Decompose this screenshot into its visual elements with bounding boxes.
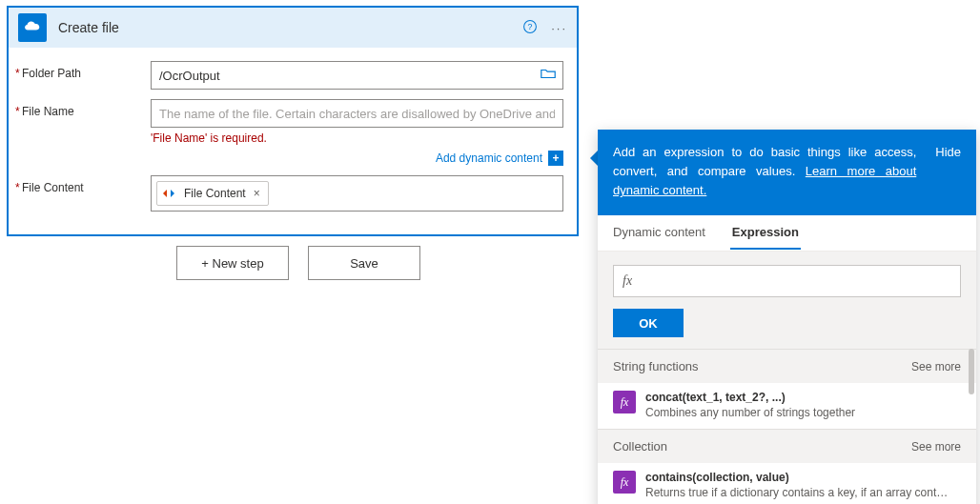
help-icon[interactable]: ? [522,19,538,37]
scrollbar-thumb[interactable] [969,349,974,394]
fx-icon: fx [623,273,632,289]
panel-body: Dynamic content Expression fx OK String … [598,215,976,504]
error-file-name: 'File Name' is required. [151,131,563,145]
category-string-functions: String functions See more [598,349,976,383]
api2pdf-icon [159,184,178,203]
card-body: Folder Path File Name 'File Name' is req… [9,48,577,234]
card-header[interactable]: Create file ? ··· [9,8,577,48]
panel-header-text: Add an expression to do basic things lik… [613,143,916,200]
tab-dynamic-content[interactable]: Dynamic content [613,225,705,251]
input-file-content[interactable]: File Content × [151,175,563,212]
fn-description: Combines any number of strings together [645,406,961,419]
token-file-content[interactable]: File Content × [156,181,269,206]
category-title: Collection [613,439,667,454]
category-collection: Collection See more [598,429,976,463]
token-remove-icon[interactable]: × [254,187,260,200]
token-label: File Content [184,187,246,200]
row-file-name: File Name 'File Name' is required. Add d… [22,99,563,166]
card-title: Create file [58,20,522,35]
see-more-collection[interactable]: See more [911,440,961,454]
action-buttons: + New step Save [176,246,420,280]
new-step-button[interactable]: + New step [176,246,289,280]
expression-input[interactable] [613,265,961,297]
row-file-content: File Content File Content × [22,175,563,212]
category-title: String functions [613,359,699,373]
fx-badge-icon: fx [613,471,636,494]
expression-area: fx OK [598,252,976,349]
input-file-name[interactable] [151,99,563,128]
svg-text:?: ? [528,22,533,31]
fn-description: Returns true if a dictionary contains a … [645,486,961,499]
see-more-string[interactable]: See more [911,360,961,373]
label-file-name: File Name [22,99,151,118]
panel-header: Add an expression to do basic things lik… [598,130,976,215]
label-file-content: File Content [22,175,151,194]
fn-signature: contains(collection, value) [645,471,961,484]
add-dynamic-content-plus-icon[interactable]: + [548,151,563,166]
hide-panel-link[interactable]: Hide [935,143,961,159]
save-button[interactable]: Save [308,246,420,280]
function-list: String functions See more fx concat(text… [598,349,976,504]
fn-concat[interactable]: fx concat(text_1, text_2?, ...) Combines… [598,383,976,429]
fn-signature: concat(text_1, text_2?, ...) [645,391,961,404]
ok-button[interactable]: OK [613,309,684,337]
tab-expression[interactable]: Expression [732,225,799,251]
input-folder-path[interactable] [151,61,563,90]
onedrive-icon [18,13,47,42]
panel-tabs: Dynamic content Expression [598,215,976,252]
fn-contains[interactable]: fx contains(collection, value) Returns t… [598,463,976,504]
row-folder-path: Folder Path [22,61,563,90]
add-dynamic-content-link[interactable]: Add dynamic content [436,151,542,165]
card-menu-icon[interactable]: ··· [551,21,567,35]
expression-panel: Add an expression to do basic things lik… [598,130,976,504]
create-file-card: Create file ? ··· Folder Path File Name … [7,6,579,236]
fx-badge-icon: fx [613,391,636,413]
label-folder-path: Folder Path [22,61,151,80]
